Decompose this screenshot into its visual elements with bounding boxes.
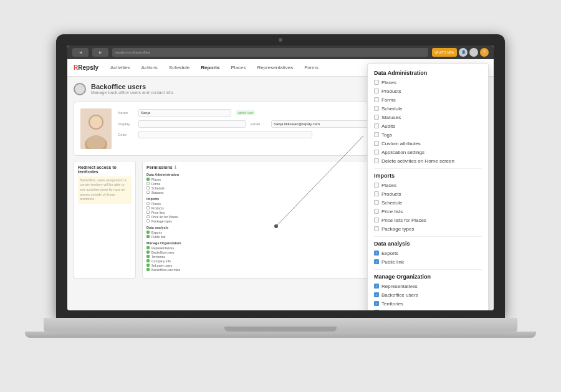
browser-back-btn[interactable]: ◀: [72, 48, 89, 57]
browser-icons: WHAT'S NEW 👤 ⚙ ?: [432, 48, 489, 57]
laptop-foot: [25, 332, 536, 338]
nav-schedule[interactable]: Schedule: [166, 64, 193, 72]
page-title: Backoffice users: [91, 83, 174, 90]
main-content: Backoffice users Manage back-office user…: [67, 77, 494, 310]
perm-item: Statuses: [146, 191, 483, 194]
name-input[interactable]: [138, 109, 231, 117]
perm-item: Representatives: [146, 246, 483, 250]
nav-places[interactable]: Places: [228, 64, 249, 72]
navbar: RRepsly Activities Actions Schedule Repo…: [67, 59, 494, 77]
perm-checkbox[interactable]: [146, 219, 150, 222]
help-icon[interactable]: ?: [480, 48, 489, 57]
perm-manage-org: Manage Organization Representatives Back…: [146, 241, 483, 272]
screen-content: ◀ ▶ repsly.com/backoffice WHAT'S NEW 👤 ⚙…: [67, 45, 494, 310]
perm-checkbox[interactable]: [146, 251, 150, 254]
svg-point-3: [90, 116, 102, 128]
perm-item: 3rd party users: [146, 264, 483, 267]
perm-item: Places: [146, 178, 483, 181]
whats-new-badge[interactable]: WHAT'S NEW: [432, 48, 457, 57]
permissions-label: Permissions: [146, 165, 173, 170]
perm-checkbox[interactable]: [146, 259, 150, 262]
perm-checkbox[interactable]: [146, 255, 150, 258]
logo: RRepsly: [74, 64, 98, 71]
display-label: Display: [118, 122, 133, 126]
user-icon[interactable]: 👤: [459, 48, 467, 57]
display-email-row: Display Email: [118, 120, 481, 128]
email-input[interactable]: [271, 120, 481, 128]
display-input[interactable]: [138, 120, 246, 128]
perm-checkbox[interactable]: [146, 268, 150, 271]
name-label: Name: [118, 111, 133, 115]
url-bar[interactable]: repsly.com/backoffice: [112, 48, 428, 57]
role-badge: admin user: [236, 110, 256, 115]
name-row: Name admin user SAVE Cancel: [118, 108, 481, 117]
info-icon: ℹ: [175, 165, 176, 170]
perm-item: Products: [146, 206, 483, 210]
perm-item: Places: [146, 202, 483, 206]
perm-data-analysis: Data analysis Exports Public link: [146, 226, 483, 239]
nav-activities[interactable]: Activities: [107, 64, 133, 72]
perm-checkbox[interactable]: [146, 231, 150, 234]
perm-data-analysis-title: Data analysis: [146, 226, 483, 229]
perm-manage-org-title: Manage Organization: [146, 241, 483, 245]
perm-imports-title: Imports: [146, 197, 483, 201]
permissions-box: Permissions ℹ Data Administration Places…: [142, 161, 487, 279]
color-row: Color: [118, 131, 481, 138]
form-fields: Name admin user SAVE Cancel Display: [118, 108, 481, 149]
perm-checkbox[interactable]: [146, 182, 150, 185]
perm-checkbox[interactable]: [146, 202, 150, 205]
territories-box: Redirect access to territories Backoffic…: [74, 161, 136, 279]
perm-data-admin: Data Administration Places Forms Schedul…: [146, 173, 483, 194]
perm-item: Price list for Places: [146, 215, 483, 219]
perm-checkbox[interactable]: [146, 246, 150, 249]
territories-desc: Backoffice users assigned to a certain t…: [78, 176, 132, 204]
perm-checkbox[interactable]: [146, 264, 150, 267]
whats-new-text: WHAT'S NEW: [434, 50, 454, 54]
page-header: Backoffice users Manage back-office user…: [74, 83, 487, 95]
email-label: Email: [251, 122, 266, 126]
perm-checkbox[interactable]: [146, 211, 150, 214]
perm-item: Schedule: [146, 186, 483, 190]
laptop-base: [44, 318, 517, 332]
territories-title: Redirect access to territories: [78, 165, 132, 174]
header-avatar: [74, 83, 86, 95]
perm-item: Package types: [146, 219, 483, 223]
nav-forms[interactable]: Forms: [301, 64, 322, 72]
page-body: Backoffice users Manage back-office user…: [67, 77, 494, 310]
laptop: ◀ ▶ repsly.com/backoffice WHAT'S NEW 👤 ⚙…: [37, 34, 524, 358]
settings-icon[interactable]: ⚙: [469, 48, 478, 57]
perm-item: Territories: [146, 255, 483, 259]
perm-checkbox[interactable]: [146, 178, 150, 181]
lower-section: Redirect access to territories Backoffic…: [74, 161, 487, 279]
color-label: Color: [118, 133, 133, 136]
browser-forward-btn[interactable]: ▶: [92, 48, 108, 57]
perm-item: Price lists: [146, 211, 483, 214]
perm-checkbox[interactable]: [146, 191, 150, 194]
screen-bezel: ◀ ▶ repsly.com/backoffice WHAT'S NEW 👤 ⚙…: [56, 34, 505, 318]
perm-imports: Imports Places Products Price lists Pric…: [146, 197, 483, 223]
browser-topbar: ◀ ▶ repsly.com/backoffice WHAT'S NEW 👤 ⚙…: [67, 45, 494, 59]
cancel-button[interactable]: Cancel: [463, 108, 481, 117]
screen: ◀ ▶ repsly.com/backoffice WHAT'S NEW 👤 ⚙…: [67, 45, 494, 310]
header-text: Backoffice users Manage back-office user…: [91, 83, 174, 95]
perm-item: Backoffice user roles: [146, 268, 483, 272]
page-subtitle: Manage back-office users and contact inf…: [91, 90, 174, 95]
perm-checkbox[interactable]: [146, 186, 150, 189]
perm-item: Forms: [146, 182, 483, 186]
save-button[interactable]: SAVE: [441, 108, 458, 117]
url-text: repsly.com/backoffice: [115, 50, 150, 54]
perm-checkbox[interactable]: [146, 206, 150, 209]
color-input[interactable]: [138, 131, 312, 138]
perm-item: Public link: [146, 235, 483, 239]
nav-reports[interactable]: Reports: [198, 64, 223, 72]
perm-item: Backoffice users: [146, 251, 483, 254]
perm-data-admin-title: Data Administration: [146, 173, 483, 176]
user-form: Name admin user SAVE Cancel Display: [74, 102, 487, 156]
user-photo: [80, 108, 112, 149]
perm-checkbox[interactable]: [146, 215, 150, 218]
perm-checkbox[interactable]: [146, 235, 150, 238]
permissions-title: Permissions ℹ: [146, 165, 483, 170]
nav-representatives[interactable]: Representatives: [254, 64, 296, 72]
perm-item: Exports: [146, 231, 483, 234]
nav-actions[interactable]: Actions: [138, 64, 161, 72]
